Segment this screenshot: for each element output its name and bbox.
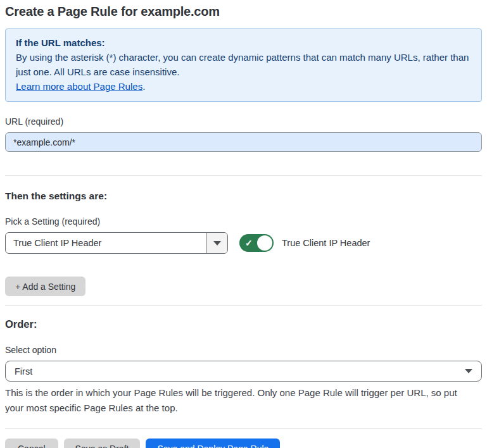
order-helper-text: This is the order in which your Page Rul… — [5, 385, 477, 416]
link-suffix: . — [142, 81, 145, 92]
page-rule-form: Create a Page Rule for example.com If th… — [0, 0, 487, 448]
chevron-down-icon — [213, 241, 221, 246]
chevron-down-icon — [465, 369, 472, 373]
url-match-info-box: If the URL matches: By using the asteris… — [5, 28, 482, 102]
url-input[interactable] — [5, 132, 482, 152]
save-as-draft-button[interactable]: Save as Draft — [64, 439, 141, 448]
settings-section-heading: Then the settings are: — [5, 176, 482, 202]
setting-select-value: True Client IP Header — [6, 233, 206, 253]
pick-setting-label: Pick a Setting (required) — [5, 216, 482, 227]
check-icon: ✓ — [245, 239, 253, 247]
select-option-label: Select option — [5, 345, 482, 355]
add-setting-button[interactable]: + Add a Setting — [5, 277, 85, 296]
footer-divider — [5, 428, 482, 429]
page-title: Create a Page Rule for example.com — [5, 0, 482, 19]
toggle-knob — [257, 235, 272, 251]
setting-row: True Client IP Header ✓ True Client IP H… — [5, 232, 482, 254]
cancel-button[interactable]: Cancel — [5, 439, 58, 448]
order-select[interactable]: First — [5, 361, 482, 382]
learn-more-link[interactable]: Learn more about Page Rules — [16, 81, 142, 92]
order-select-value: First — [15, 366, 32, 376]
true-client-ip-toggle[interactable]: ✓ — [239, 234, 274, 252]
setting-select-arrow-button[interactable] — [206, 233, 227, 253]
info-box-link-line: Learn more about Page Rules. — [16, 79, 471, 94]
setting-select[interactable]: True Client IP Header — [5, 232, 228, 254]
info-box-body: By using the asterisk (*) character, you… — [16, 50, 471, 79]
info-box-heading: If the URL matches: — [16, 35, 471, 50]
order-section-heading: Order: — [5, 306, 482, 330]
save-and-deploy-button[interactable]: Save and Deploy Page Rule — [146, 439, 280, 448]
toggle-label: True Client IP Header — [282, 238, 370, 248]
footer-actions: Cancel Save as Draft Save and Deploy Pag… — [5, 439, 482, 448]
url-field-label: URL (required) — [5, 116, 482, 127]
